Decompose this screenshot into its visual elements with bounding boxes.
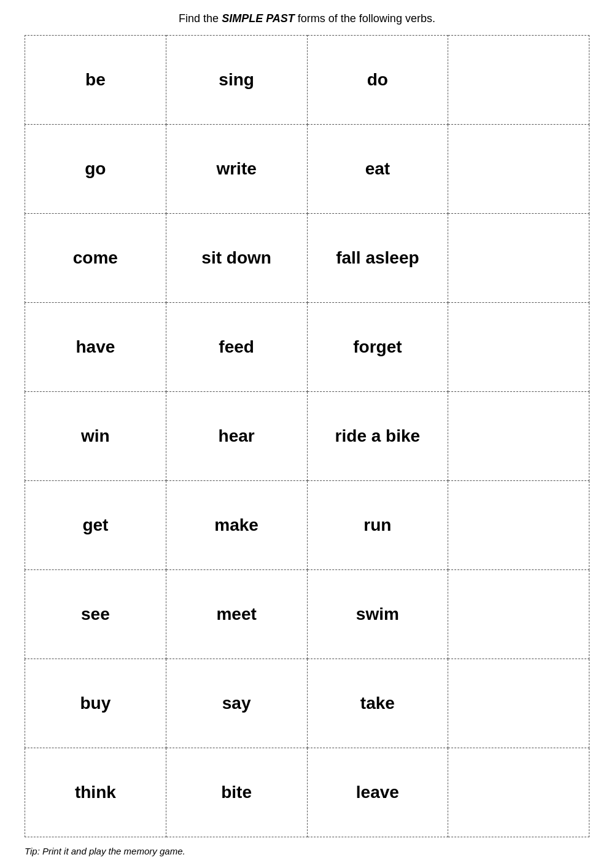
cell-r1-c2: eat bbox=[307, 125, 448, 214]
cell-r0-c2: do bbox=[307, 36, 448, 125]
cell-r4-c2: ride a bike bbox=[307, 392, 448, 481]
cell-r5-c0: get bbox=[25, 481, 166, 570]
cell-r4-c1: hear bbox=[166, 392, 307, 481]
cell-r8-c0: think bbox=[25, 748, 166, 837]
cell-r7-c2: take bbox=[307, 659, 448, 748]
cell-r8-c2: leave bbox=[307, 748, 448, 837]
answer-r6[interactable] bbox=[448, 570, 589, 659]
cell-r1-c1: write bbox=[166, 125, 307, 214]
cell-r3-c0: have bbox=[25, 303, 166, 392]
answer-r0[interactable] bbox=[448, 36, 589, 125]
page-title: Find the SIMPLE PAST forms of the follow… bbox=[25, 12, 589, 25]
cell-r5-c2: run bbox=[307, 481, 448, 570]
answer-r7[interactable] bbox=[448, 659, 589, 748]
cell-r5-c1: make bbox=[166, 481, 307, 570]
bold-text: SIMPLE PAST bbox=[222, 12, 295, 25]
cell-r3-c2: forget bbox=[307, 303, 448, 392]
cell-r6-c2: swim bbox=[307, 570, 448, 659]
cell-r6-c1: meet bbox=[166, 570, 307, 659]
answer-r4[interactable] bbox=[448, 392, 589, 481]
tip-text: Tip: Print it and play the memory game. bbox=[25, 846, 589, 856]
cell-r7-c0: buy bbox=[25, 659, 166, 748]
cell-r8-c1: bite bbox=[166, 748, 307, 837]
answer-r5[interactable] bbox=[448, 481, 589, 570]
cell-r7-c1: say bbox=[166, 659, 307, 748]
cell-r2-c0: come bbox=[25, 214, 166, 303]
cell-r2-c2: fall asleep bbox=[307, 214, 448, 303]
cell-r1-c0: go bbox=[25, 125, 166, 214]
answer-r2[interactable] bbox=[448, 214, 589, 303]
cell-r6-c0: see bbox=[25, 570, 166, 659]
verb-grid: besingdogowriteeatcomesit downfall aslee… bbox=[25, 35, 589, 837]
answer-r3[interactable] bbox=[448, 303, 589, 392]
answer-r8[interactable] bbox=[448, 748, 589, 837]
cell-r2-c1: sit down bbox=[166, 214, 307, 303]
answer-r1[interactable] bbox=[448, 125, 589, 214]
cell-r4-c0: win bbox=[25, 392, 166, 481]
cell-r3-c1: feed bbox=[166, 303, 307, 392]
cell-r0-c0: be bbox=[25, 36, 166, 125]
cell-r0-c1: sing bbox=[166, 36, 307, 125]
